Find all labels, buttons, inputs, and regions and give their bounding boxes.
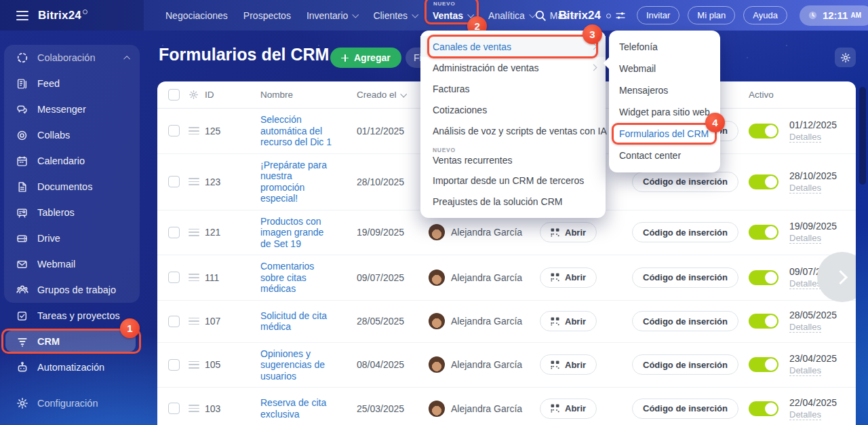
embed-code-button[interactable]: Código de inserción [632, 399, 738, 419]
hamburger-menu-icon[interactable] [16, 11, 28, 20]
sidebar-item-calendario[interactable]: Calendario [4, 148, 140, 174]
form-name-link[interactable]: Productos con imagen grande de Set 19 [260, 216, 336, 250]
row-checkbox[interactable] [168, 316, 180, 327]
nav-analitica[interactable]: Analítica [488, 10, 534, 21]
sidebar-item-feed[interactable]: Feed [4, 71, 140, 96]
sidebar-item-messenger[interactable]: Messenger [4, 96, 140, 122]
nav-inventario[interactable]: Inventario [307, 10, 357, 21]
submenu-item-webmail[interactable]: Webmail [609, 58, 720, 79]
submenu-item-widget-para-sitio-web[interactable]: Widget para sitio web [609, 101, 720, 123]
form-name-link[interactable]: Comentarios sobre citas médicas [260, 261, 336, 295]
submenu-item-contact-center[interactable]: Contact center [609, 145, 720, 166]
embed-code-button[interactable]: Código de inserción [632, 222, 738, 242]
drag-handle-icon[interactable] [189, 127, 199, 134]
row-checkbox[interactable] [168, 125, 180, 136]
embed-code-button[interactable]: Código de inserción [632, 311, 738, 331]
clock-widget[interactable]: 12:11 AM [800, 5, 868, 26]
sidebar-item-automatizacion[interactable]: Automatización [4, 354, 140, 380]
drag-handle-icon[interactable] [189, 178, 199, 185]
row-checkbox[interactable] [168, 403, 180, 414]
details-link[interactable]: Detalles [789, 322, 821, 333]
header-activo[interactable]: Activo [749, 90, 845, 100]
bitrix24-logo[interactable]: Bitrix24 [38, 9, 87, 22]
form-name-link[interactable]: Reserva de cita exclusiva [260, 397, 336, 420]
form-name-link[interactable]: Selección automática del recurso del Dic… [260, 114, 336, 148]
menu-item-administracion-de-ventas[interactable]: Administración de ventas [420, 57, 606, 78]
sidebar-item-drive[interactable]: Drive [4, 225, 140, 251]
my-plan-button[interactable]: Mi plan [688, 6, 735, 24]
details-link[interactable]: Detalles [789, 409, 821, 420]
search-icon[interactable] [534, 10, 547, 22]
help-button[interactable]: Ayuda [743, 6, 787, 24]
form-name-link[interactable]: Solicitud de cita médica [260, 310, 336, 333]
drag-handle-icon[interactable] [189, 274, 199, 281]
owner-cell[interactable]: Alejandra García [429, 401, 540, 417]
row-checkbox[interactable] [168, 359, 180, 371]
sidebar-item-configuracion[interactable]: Configuración [4, 390, 140, 416]
details-link[interactable]: Detalles [789, 132, 821, 143]
active-toggle[interactable] [749, 314, 778, 329]
page-settings-button[interactable] [835, 48, 856, 67]
submenu-item-formularios-del-crm[interactable]: Formularios del CRM 4 [609, 123, 720, 145]
drag-handle-icon[interactable] [189, 405, 199, 412]
select-all-checkbox[interactable] [168, 89, 180, 100]
columns-gear-icon[interactable] [189, 90, 205, 100]
sidebar-item-tareas-y-proyectos[interactable]: Tareas y proyectos [4, 303, 140, 329]
active-toggle[interactable] [749, 174, 778, 189]
open-form-button[interactable]: Abrir [540, 399, 597, 419]
submenu-item-mensajeros[interactable]: Mensajeros [609, 79, 720, 101]
header-nombre[interactable]: Nombre [260, 90, 357, 100]
active-toggle[interactable] [749, 401, 778, 416]
open-form-button[interactable]: Abrir [540, 222, 597, 242]
form-name-link[interactable]: ¡Prepárate para nuestra promoción especi… [260, 160, 336, 204]
header-creado-el[interactable]: Creado el [357, 90, 429, 100]
owner-cell[interactable]: Alejandra García [429, 356, 540, 373]
active-toggle[interactable] [749, 225, 778, 240]
open-form-button[interactable]: Abrir [540, 311, 597, 331]
menu-item-cotizaciones[interactable]: Cotizaciones [420, 99, 606, 120]
embed-code-button[interactable]: Código de inserción [632, 267, 738, 288]
details-link[interactable]: Detalles [789, 233, 821, 244]
sidebar-item-documentos[interactable]: Documentos [4, 174, 140, 200]
sidebar-item-grupos-de-trabajo[interactable]: Grupos de trabajo [4, 277, 140, 303]
menu-item-ventas-recurrentes[interactable]: NUEVOVentas recurrentes [420, 141, 606, 170]
header-id[interactable]: ID [205, 90, 260, 100]
nav-clientes[interactable]: Clientes [373, 10, 417, 21]
owner-cell[interactable]: Alejandra García [429, 270, 540, 286]
portal-name[interactable]: Bitrix24 [559, 9, 626, 22]
add-form-button[interactable]: Agregar [330, 48, 401, 68]
owner-cell[interactable]: Alejandra García [429, 313, 540, 329]
sidebar-item-colaboracion[interactable]: Colaboración [4, 45, 140, 71]
menu-item-facturas[interactable]: Facturas [420, 78, 606, 99]
active-toggle[interactable] [749, 357, 778, 372]
details-link[interactable]: Detalles [789, 278, 821, 289]
drag-handle-icon[interactable] [189, 229, 199, 236]
menu-item-preajustes-solucion-crm[interactable]: Preajustes de la solución CRM [420, 191, 606, 212]
nav-prospectos[interactable]: Prospectos [243, 10, 291, 21]
row-checkbox[interactable] [168, 176, 180, 187]
menu-item-importar-crm-terceros[interactable]: Importar desde un CRM de terceros [420, 170, 606, 191]
sidebar-item-webmail[interactable]: Webmail [4, 251, 140, 277]
active-toggle[interactable] [749, 270, 778, 285]
sidebar-item-crm[interactable]: CRM 1 [5, 331, 136, 352]
sidebar-item-collabs[interactable]: Collabs [4, 122, 140, 148]
active-toggle[interactable] [749, 124, 778, 138]
embed-code-button[interactable]: Código de inserción [632, 172, 738, 192]
invite-button[interactable]: Invitar [637, 6, 679, 24]
menu-item-analisis-de-voz[interactable]: Análisis de voz y scripts de ventas con … [420, 120, 606, 141]
submenu-item-telefonia[interactable]: Telefonía [609, 36, 720, 58]
form-name-link[interactable]: Opiniones y sugerencias de usuarios [260, 348, 336, 382]
nav-ventas[interactable]: NUEVO Ventas 2 [433, 10, 473, 21]
open-form-button[interactable]: Abrir [540, 267, 597, 288]
details-link[interactable]: Detalles [789, 365, 821, 376]
drag-handle-icon[interactable] [189, 318, 199, 325]
menu-item-canales-de-ventas[interactable]: Canales de ventas 3 [420, 36, 606, 57]
owner-cell[interactable]: Alejandra García [429, 224, 540, 240]
sidebar-item-tableros[interactable]: Tableros [4, 200, 140, 225]
details-link[interactable]: Detalles [789, 183, 821, 193]
vertical-scrollbar[interactable] [859, 87, 866, 185]
row-checkbox[interactable] [168, 227, 180, 238]
nav-negociaciones[interactable]: Negociaciones [165, 10, 228, 21]
row-checkbox[interactable] [168, 272, 180, 283]
drag-handle-icon[interactable] [189, 361, 199, 369]
